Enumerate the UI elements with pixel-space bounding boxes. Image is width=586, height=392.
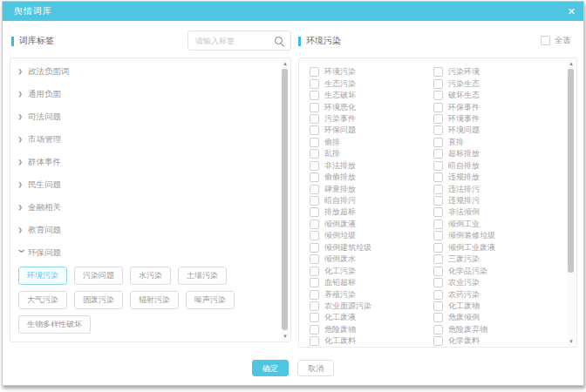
word-checkbox-item[interactable]: 倾倒装修垃圾 (433, 230, 564, 241)
word-checkbox-item[interactable]: 破坏生态 (433, 90, 564, 101)
word-checkbox-item[interactable]: 肆意排放 (310, 183, 433, 194)
checkbox-icon[interactable] (310, 290, 319, 300)
word-checkbox-item[interactable]: 非法排放 (310, 160, 433, 172)
chevron-right-icon[interactable]: ❯ (18, 91, 26, 97)
word-checkbox-item[interactable]: 暗自排放 (433, 160, 564, 172)
tree-item-5[interactable]: ❯民生问题 (10, 173, 280, 196)
word-checkbox-item[interactable]: 废弃化学原料 (310, 348, 433, 348)
word-checkbox-item[interactable]: 三废污染 (433, 253, 564, 265)
word-checkbox-item[interactable]: 环境污染 (310, 66, 433, 78)
scrollbar-thumb[interactable] (282, 69, 288, 330)
tag-chip[interactable]: 生物多样性破坏 (18, 315, 91, 334)
word-checkbox-item[interactable]: 直排 (433, 137, 564, 148)
checkbox-icon[interactable] (310, 254, 319, 264)
close-icon[interactable]: ✕ (568, 2, 576, 21)
word-checkbox-item[interactable]: 违法排污 (433, 183, 564, 194)
checkbox-icon[interactable] (433, 207, 443, 217)
word-checkbox-item[interactable]: 排放超标 (310, 206, 433, 218)
checkbox-icon[interactable] (310, 267, 319, 276)
word-checkbox-item[interactable]: 超标排放 (433, 148, 564, 159)
checkbox-icon[interactable] (433, 220, 443, 229)
checkbox-icon[interactable] (310, 161, 319, 171)
tree-item-4[interactable]: ❯群体事件 (10, 151, 280, 173)
scroll-down-icon[interactable]: ▼ (567, 337, 576, 346)
chevron-right-icon[interactable]: ❯ (18, 136, 26, 142)
word-checkbox-item[interactable]: 化工污染 (310, 265, 433, 276)
word-checkbox-item[interactable]: 危废倾倒 (433, 312, 564, 323)
word-checkbox-item[interactable]: 倾倒废液 (310, 219, 433, 230)
word-checkbox-item[interactable]: 非法倾倒 (433, 206, 564, 218)
checkbox-icon[interactable] (433, 79, 443, 89)
checkbox-icon[interactable] (433, 278, 443, 287)
word-checkbox-item[interactable]: 环保问题 (310, 125, 433, 136)
cancel-button[interactable]: 取消 (297, 360, 334, 376)
checkbox-icon[interactable] (433, 149, 443, 159)
checkbox-icon[interactable] (310, 301, 319, 311)
tree-item-7[interactable]: ❯教育问题 (10, 219, 280, 241)
word-checkbox-item[interactable]: 危险废物 (310, 324, 433, 335)
checkbox-icon[interactable] (433, 196, 443, 206)
right-scrollbar[interactable]: ▲ ▼ (567, 59, 576, 346)
checkbox-icon[interactable] (310, 149, 319, 159)
checkbox-icon[interactable] (310, 185, 319, 194)
tag-chip[interactable]: 大气污染 (18, 291, 67, 309)
chevron-down-icon[interactable]: ❯ (18, 249, 24, 257)
search-input[interactable] (188, 37, 273, 45)
word-checkbox-item[interactable]: 化学废料 (433, 335, 564, 347)
word-checkbox-item[interactable]: 环境恶化 (310, 101, 433, 112)
checkbox-icon[interactable] (433, 114, 443, 124)
word-checkbox-item[interactable]: 环境问题 (433, 125, 564, 136)
checkbox-icon[interactable] (310, 114, 319, 124)
word-checkbox-item[interactable]: 偷排 (310, 137, 433, 148)
word-checkbox-item[interactable]: 违规排污 (433, 195, 564, 206)
chevron-right-icon[interactable]: ❯ (18, 159, 26, 165)
tree-item-1[interactable]: ❯通用负面 (10, 83, 280, 105)
word-checkbox-item[interactable]: 污染事件 (310, 113, 433, 125)
word-checkbox-item[interactable]: 倾倒废水 (310, 253, 433, 265)
checkbox-icon[interactable] (310, 220, 319, 229)
checkbox-icon[interactable] (310, 103, 319, 112)
checkbox-icon[interactable] (433, 185, 443, 194)
select-all-checkbox[interactable]: 全选 (541, 35, 570, 46)
word-checkbox-item[interactable]: 化学品污染 (433, 265, 564, 276)
checkbox-icon[interactable] (433, 103, 443, 112)
checkbox-icon[interactable] (310, 67, 319, 77)
word-checkbox-item[interactable]: 生态破坏 (310, 90, 433, 101)
word-checkbox-item[interactable]: 倾倒工业废液 (433, 242, 564, 253)
tag-chip[interactable]: 水污染 (130, 267, 171, 285)
word-checkbox-item[interactable]: 污染生态 (433, 78, 564, 89)
checkbox-icon[interactable] (310, 313, 319, 322)
tree-item-8[interactable]: ❯环保问题 (10, 241, 280, 264)
word-checkbox-item[interactable]: 倾倒建筑垃圾 (310, 242, 433, 253)
checkbox-icon[interactable] (433, 125, 443, 135)
tree-item-3[interactable]: ❯市场管理 (10, 128, 280, 151)
tag-chip[interactable]: 土壤污染 (178, 267, 227, 285)
word-checkbox-item[interactable]: 化工废料 (310, 335, 433, 347)
tag-chip[interactable]: 辐射污染 (130, 291, 179, 309)
word-checkbox-item[interactable]: 化工废液 (310, 312, 433, 323)
word-checkbox-item[interactable]: 倾倒垃圾 (310, 230, 433, 241)
checkbox-icon[interactable] (433, 290, 443, 300)
checkbox-icon[interactable] (433, 172, 443, 182)
word-checkbox-item[interactable]: 环境事件 (433, 113, 564, 125)
word-checkbox-item[interactable]: 倾倒化学 (433, 348, 564, 348)
scroll-up-icon[interactable]: ▲ (281, 59, 290, 68)
search-icon[interactable] (273, 35, 285, 47)
word-checkbox-item[interactable]: 污染环境 (433, 66, 564, 78)
confirm-button[interactable]: 确定 (252, 360, 289, 376)
tag-chip[interactable]: 噪声污染 (186, 291, 235, 309)
checkbox-icon[interactable] (310, 325, 319, 335)
checkbox-icon[interactable] (310, 231, 319, 240)
checkbox-icon[interactable] (310, 138, 319, 147)
word-checkbox-item[interactable]: 农药污染 (433, 288, 564, 300)
chevron-right-icon[interactable]: ❯ (18, 181, 26, 187)
word-checkbox-item[interactable]: 生态污染 (310, 78, 433, 89)
tree-item-2[interactable]: ❯司法问题 (10, 105, 280, 128)
checkbox-icon[interactable] (433, 91, 443, 100)
tag-chip-active[interactable]: 环境污染 (18, 267, 67, 285)
tag-chip[interactable]: 固废污染 (74, 291, 123, 309)
checkbox-icon[interactable] (310, 91, 319, 100)
checkbox-icon[interactable] (310, 125, 319, 135)
chevron-right-icon[interactable]: ❯ (18, 204, 26, 210)
chevron-right-icon[interactable]: ❯ (18, 226, 26, 233)
